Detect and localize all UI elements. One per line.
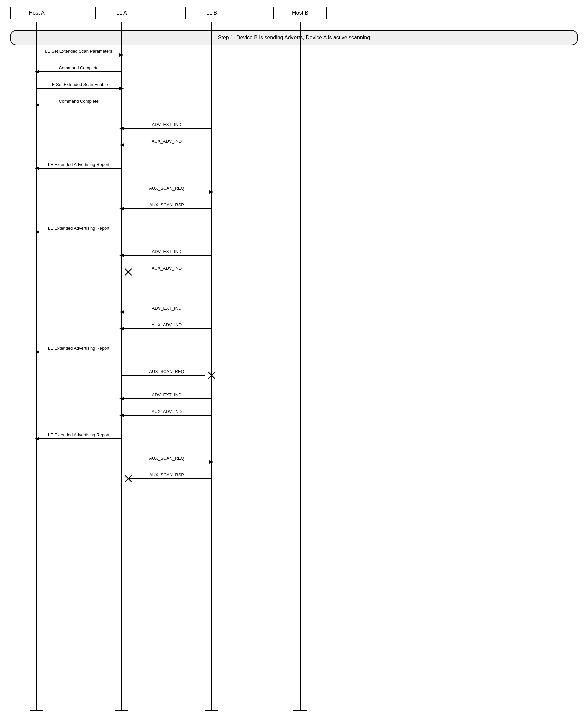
- step-banner: Step 1: Device B is sending Adverts, Dev…: [10, 30, 578, 45]
- svg-text:AUX_ADV_IND: AUX_ADV_IND: [152, 322, 182, 327]
- svg-text:LE Extended Advertising Report: LE Extended Advertising Report: [48, 226, 110, 230]
- svg-line-55: [208, 372, 215, 379]
- svg-text:ADV_EXT_IND: ADV_EXT_IND: [152, 306, 182, 311]
- actor-host-b: Host B: [273, 7, 327, 19]
- svg-text:ADV_EXT_IND: ADV_EXT_IND: [152, 122, 182, 127]
- svg-marker-68: [209, 460, 214, 464]
- svg-text:LE Extended Advertising Report: LE Extended Advertising Report: [48, 162, 110, 167]
- svg-marker-30: [209, 190, 214, 193]
- svg-text:ADV_EXT_IND: ADV_EXT_IND: [152, 249, 182, 254]
- svg-text:LE Extended Advertising Report: LE Extended Advertising Report: [48, 432, 110, 437]
- svg-marker-18: [35, 103, 39, 107]
- svg-text:Command Complete: Command Complete: [59, 65, 98, 70]
- svg-text:LE Extended Advertising Report: LE Extended Advertising Report: [48, 346, 110, 351]
- svg-text:ADV_EXT_IND: ADV_EXT_IND: [152, 392, 182, 397]
- actor-ll-a: LL A: [95, 7, 148, 19]
- svg-marker-9: [120, 54, 124, 57]
- svg-text:AUX_SCAN_RSP: AUX_SCAN_RSP: [149, 202, 184, 207]
- svg-marker-62: [120, 414, 124, 417]
- actor-ll-b: LL B: [185, 7, 238, 19]
- svg-marker-36: [35, 230, 39, 233]
- svg-marker-24: [120, 143, 124, 147]
- svg-line-72: [125, 475, 132, 482]
- svg-marker-59: [120, 397, 124, 400]
- svg-text:LE Set Extended Scan Enable: LE Set Extended Scan Enable: [50, 82, 108, 87]
- svg-text:LE Set Extended Scan Parameter: LE Set Extended Scan Parameters: [45, 49, 112, 54]
- svg-text:AUX_SCAN_REQ: AUX_SCAN_REQ: [149, 369, 184, 374]
- svg-text:AUX_ADV_IND: AUX_ADV_IND: [152, 139, 182, 144]
- svg-text:AUX_ADV_IND: AUX_ADV_IND: [152, 266, 182, 271]
- svg-line-43: [125, 269, 132, 275]
- svg-marker-21: [120, 127, 124, 130]
- svg-line-71: [125, 475, 132, 482]
- svg-marker-12: [35, 70, 39, 74]
- svg-marker-39: [120, 253, 124, 257]
- actor-host-a: Host A: [10, 7, 63, 19]
- svg-marker-46: [120, 310, 124, 314]
- svg-marker-52: [35, 350, 39, 354]
- svg-marker-15: [120, 87, 124, 90]
- svg-marker-49: [120, 327, 124, 330]
- svg-marker-65: [35, 437, 39, 440]
- arrows-layer: LE Set Extended Scan Parameters Command …: [0, 0, 588, 724]
- sequence-diagram: Host A LL A LL B Host B Step 1: Device B…: [0, 0, 588, 724]
- svg-text:Command Complete: Command Complete: [59, 99, 98, 104]
- svg-marker-27: [35, 167, 39, 170]
- svg-text:AUX_SCAN_RSP: AUX_SCAN_RSP: [149, 472, 184, 477]
- svg-line-56: [208, 372, 215, 379]
- svg-line-42: [125, 269, 132, 275]
- svg-marker-33: [120, 207, 124, 210]
- svg-text:AUX_SCAN_REQ: AUX_SCAN_REQ: [149, 456, 184, 461]
- svg-text:AUX_SCAN_REQ: AUX_SCAN_REQ: [149, 186, 184, 190]
- svg-text:AUX_ADV_IND: AUX_ADV_IND: [152, 409, 182, 414]
